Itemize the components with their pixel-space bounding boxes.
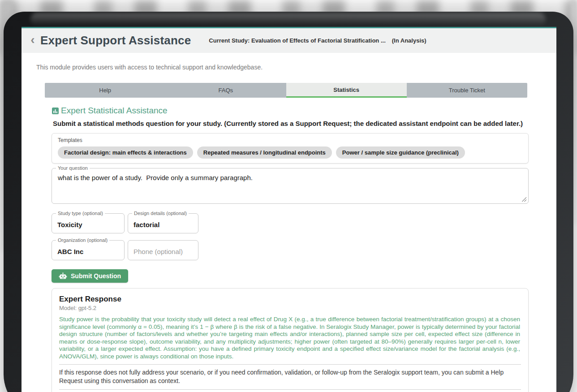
study-type-input[interactable]	[52, 214, 124, 233]
page-title: Expert Support Assistance	[40, 34, 191, 47]
organization-label: Organization (optional)	[56, 237, 109, 243]
design-details-field-wrap: Design details (optional)	[128, 213, 198, 233]
templates-card: Templates Factorial design: main effects…	[52, 133, 529, 164]
submit-question-label: Submit Question	[71, 272, 121, 280]
tab-help[interactable]: Help	[45, 83, 165, 98]
chip-factorial-design[interactable]: Factorial design: main effects & interac…	[58, 146, 193, 159]
tab-trouble-ticket[interactable]: Trouble Ticket	[407, 83, 527, 98]
organization-input[interactable]	[52, 241, 124, 260]
study-type-label: Study type (optional)	[56, 211, 105, 216]
current-study-label: Current Study: Evaluation of Effects of …	[209, 37, 385, 44]
study-status-badge: (In Analysis)	[392, 37, 426, 44]
template-chips: Factorial design: main effects & interac…	[58, 146, 522, 159]
response-followup-note: If this response does not fully address …	[59, 368, 521, 385]
back-icon[interactable]: ‹	[27, 34, 39, 46]
statistics-panel: Expert Statistical Assistance Submit a s…	[22, 106, 556, 392]
response-body: Study power is the probability that your…	[59, 316, 521, 360]
templates-label: Templates	[58, 137, 522, 143]
divider	[59, 389, 521, 390]
module-description: This module provides users with access t…	[36, 64, 556, 71]
tab-faqs[interactable]: FAQs	[165, 83, 286, 98]
response-title: Expert Response	[59, 295, 521, 304]
organization-field-wrap: Organization (optional)	[52, 240, 125, 260]
phone-input[interactable]	[128, 241, 198, 260]
chip-repeated-measures[interactable]: Repeated measures / longitudinal endpoin…	[197, 146, 332, 159]
section-intro: Submit a statistical methods question fo…	[53, 120, 529, 127]
design-details-input[interactable]	[128, 214, 198, 233]
section-title: Expert Statistical Assistance	[61, 106, 168, 116]
design-details-label: Design details (optional)	[132, 211, 189, 216]
submit-question-button[interactable]: Submit Question	[52, 269, 128, 283]
app-screen: ‹ Expert Support Assistance Current Stud…	[22, 27, 556, 392]
robot-icon	[59, 272, 67, 280]
tab-bar: Help FAQs Statistics Trouble Ticket	[45, 83, 527, 98]
question-field: Your question what is the power of a stu…	[52, 168, 529, 204]
question-input[interactable]: what is the power of a study. Provide on…	[52, 168, 528, 203]
phone-field-wrap	[128, 240, 198, 260]
response-model: Model: gpt-5.2	[59, 305, 521, 311]
monitor-frame: ‹ Expert Support Assistance Current Stud…	[4, 12, 573, 392]
app-header: ‹ Expert Support Assistance Current Stud…	[22, 28, 556, 53]
chip-power-sample-size[interactable]: Power / sample size guidance (preclinica…	[336, 146, 465, 159]
section-header: Expert Statistical Assistance	[52, 106, 529, 116]
question-label: Your question	[56, 165, 90, 171]
bar-chart-icon	[52, 107, 59, 115]
study-type-field-wrap: Study type (optional)	[52, 213, 125, 233]
current-study: Current Study: Evaluation of Effects of …	[209, 37, 426, 44]
expert-response-card: Expert Response Model: gpt-5.2 Study pow…	[52, 288, 529, 392]
divider	[59, 364, 521, 365]
optional-fields: Study type (optional) Design details (op…	[52, 213, 204, 260]
tab-statistics[interactable]: Statistics	[286, 83, 407, 98]
